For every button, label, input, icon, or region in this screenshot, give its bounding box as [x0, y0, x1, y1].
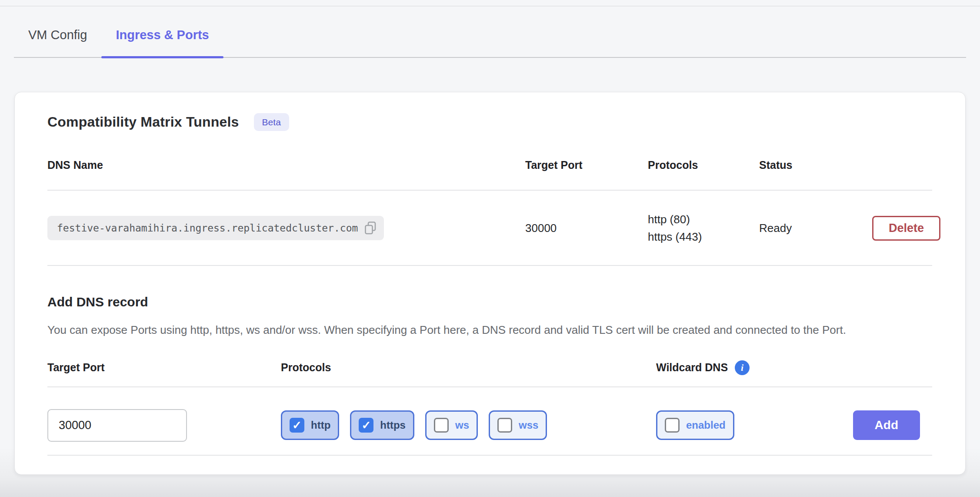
form-label-wildcard-dns: Wildcard DNS: [656, 360, 830, 375]
beta-badge: Beta: [254, 113, 289, 131]
wildcard-enabled-option[interactable]: enabled: [656, 410, 734, 440]
protocol-option-http[interactable]: http: [281, 410, 339, 440]
delete-button[interactable]: Delete: [872, 216, 940, 241]
protocol-line-http: http (80): [648, 211, 759, 228]
protocol-line-https: https (443): [648, 228, 759, 245]
target-port-input[interactable]: [47, 409, 187, 442]
protocols-cell: http (80) https (443): [648, 211, 759, 246]
copy-icon[interactable]: [365, 222, 376, 235]
tab-vm-config[interactable]: VM Config: [14, 23, 101, 57]
tunnels-card: Compatibility Matrix Tunnels Beta DNS Na…: [14, 92, 966, 475]
http-checkbox-label: http: [311, 419, 330, 431]
wildcard-enabled-checkbox[interactable]: [665, 418, 680, 433]
form-label-protocols: Protocols: [281, 361, 656, 374]
actions-cell: Delete: [872, 216, 953, 241]
column-header-status: Status: [759, 159, 872, 171]
add-dns-record-title: Add DNS record: [47, 295, 932, 309]
column-header-target-port: Target Port: [525, 159, 648, 171]
wildcard-dns-cell: enabled: [656, 410, 830, 440]
dns-name-cell: festive-varahamihira.ingress.replicatedc…: [47, 216, 525, 240]
target-port-cell: 30000: [525, 222, 648, 235]
table-header-row: DNS Name Target Port Protocols Status: [47, 131, 932, 191]
target-port-field-cell: [47, 409, 281, 442]
info-icon[interactable]: [735, 360, 750, 375]
protocol-option-ws[interactable]: ws: [425, 410, 478, 440]
card-title-row: Compatibility Matrix Tunnels Beta: [47, 113, 932, 131]
form-label-target-port: Target Port: [47, 361, 281, 374]
ws-checkbox[interactable]: [434, 418, 449, 433]
wss-checkbox-label: wss: [519, 419, 538, 431]
tab-ingress-ports[interactable]: Ingress & Ports: [101, 23, 223, 57]
wildcard-dns-label-text: Wildcard DNS: [656, 361, 728, 374]
protocol-option-https[interactable]: https: [350, 410, 414, 440]
status-cell: Ready: [759, 222, 872, 235]
https-checkbox[interactable]: [359, 418, 373, 433]
column-header-dns-name: DNS Name: [47, 159, 525, 171]
dns-name-pill: festive-varahamihira.ingress.replicatedc…: [47, 216, 384, 240]
column-header-protocols: Protocols: [648, 159, 759, 171]
wss-checkbox[interactable]: [497, 418, 512, 433]
protocol-options-group: http https ws wss: [281, 410, 656, 440]
https-checkbox-label: https: [380, 419, 406, 431]
wildcard-enabled-label: enabled: [686, 419, 726, 431]
http-checkbox[interactable]: [290, 418, 304, 433]
form-row: http https ws wss enabled: [47, 387, 932, 456]
ws-checkbox-label: ws: [455, 419, 469, 431]
add-button-cell: Add: [830, 410, 932, 440]
table-row: festive-varahamihira.ingress.replicatedc…: [47, 191, 932, 266]
form-labels-row: Target Port Protocols Wildcard DNS: [47, 339, 932, 387]
add-button[interactable]: Add: [853, 410, 920, 440]
top-divider: [0, 6, 980, 7]
protocol-option-wss[interactable]: wss: [489, 410, 547, 440]
page-title: Compatibility Matrix Tunnels: [47, 114, 239, 130]
add-dns-record-section: Add DNS record You can expose Ports usin…: [47, 266, 932, 456]
add-dns-record-description: You can expose Ports using http, https, …: [47, 322, 932, 339]
tab-bar: VM Config Ingress & Ports: [14, 0, 966, 58]
dns-name-value: festive-varahamihira.ingress.replicatedc…: [57, 222, 358, 234]
